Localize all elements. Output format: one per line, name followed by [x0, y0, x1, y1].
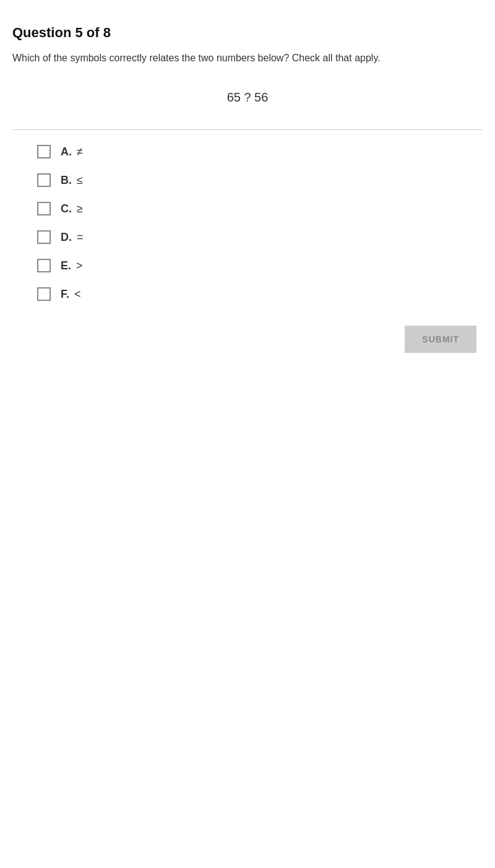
- option-letter-e: E.: [61, 259, 71, 272]
- option-label-d[interactable]: D.=: [61, 231, 84, 244]
- option-symbol-c: ≥: [77, 202, 83, 215]
- option-label-e[interactable]: E.>: [61, 259, 83, 272]
- option-label-b[interactable]: B.≤: [61, 174, 83, 187]
- list-item[interactable]: A.≠: [37, 145, 483, 158]
- option-letter-b: B.: [61, 174, 72, 186]
- list-item[interactable]: B.≤: [37, 173, 483, 187]
- checkbox-d[interactable]: [37, 230, 51, 244]
- option-symbol-d: =: [77, 231, 84, 243]
- list-item[interactable]: F.<: [37, 287, 483, 301]
- option-label-f[interactable]: F.<: [61, 288, 81, 301]
- list-item[interactable]: D.=: [37, 230, 483, 244]
- option-letter-a: A.: [61, 145, 72, 158]
- option-symbol-e: >: [76, 259, 83, 272]
- submit-area: SUBMIT: [12, 326, 483, 353]
- submit-button[interactable]: SUBMIT: [405, 326, 476, 353]
- option-letter-f: F.: [61, 288, 69, 300]
- option-label-a[interactable]: A.≠: [61, 145, 83, 158]
- checkbox-f[interactable]: [37, 287, 51, 301]
- checkbox-c[interactable]: [37, 202, 51, 215]
- option-letter-d: D.: [61, 231, 72, 243]
- numbers-display: 65 ? 56: [12, 90, 483, 105]
- checkbox-b[interactable]: [37, 173, 51, 187]
- list-item[interactable]: C.≥: [37, 202, 483, 215]
- divider: [12, 129, 483, 130]
- option-label-c[interactable]: C.≥: [61, 202, 83, 215]
- option-letter-c: C.: [61, 202, 72, 215]
- option-symbol-b: ≤: [77, 174, 83, 186]
- option-symbol-f: <: [74, 288, 81, 300]
- checkbox-e[interactable]: [37, 259, 51, 272]
- options-list: A.≠B.≤C.≥D.=E.>F.<: [37, 145, 483, 301]
- checkbox-a[interactable]: [37, 145, 51, 158]
- list-item[interactable]: E.>: [37, 259, 483, 272]
- option-symbol-a: ≠: [77, 145, 83, 158]
- question-counter: Question 5 of 8: [12, 25, 483, 41]
- question-text: Which of the symbols correctly relates t…: [12, 51, 483, 66]
